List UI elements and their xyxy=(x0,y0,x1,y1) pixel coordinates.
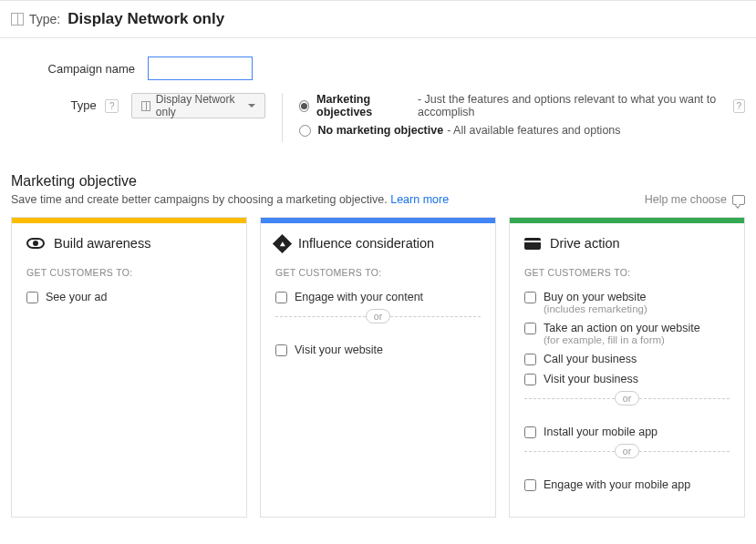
type-dropdown-value: Display Network only xyxy=(156,93,243,118)
checkbox[interactable] xyxy=(524,354,536,365)
campaign-name-input[interactable] xyxy=(148,56,253,80)
or-divider: or xyxy=(524,451,730,466)
checkbox[interactable] xyxy=(275,344,287,356)
option-label: Call your business xyxy=(544,353,637,365)
type-value: Display Network only xyxy=(67,10,224,28)
card-header: Drive action xyxy=(510,223,744,262)
option-engage-content[interactable]: Engage with your content xyxy=(261,287,495,307)
section-subtitle: Save time and create better campaigns by… xyxy=(11,193,449,206)
type-label: Type: xyxy=(29,12,60,26)
option-label: Buy on your website (includes remarketin… xyxy=(544,291,647,314)
option-take-action-website[interactable]: Take an action on your website (for exam… xyxy=(510,318,744,349)
or-divider: or xyxy=(524,398,730,413)
checkbox[interactable] xyxy=(524,374,536,385)
chevron-down-icon xyxy=(248,104,255,108)
type-dropdown[interactable]: Display Network only xyxy=(131,93,264,118)
help-me-choose[interactable]: Help me choose xyxy=(645,193,745,206)
page-header: Type: Display Network only xyxy=(0,0,756,38)
or-label: or xyxy=(615,444,639,458)
option-text: Take an action on your website xyxy=(544,322,700,334)
campaign-name-label: Campaign name xyxy=(11,62,148,76)
option-label: Engage with your mobile app xyxy=(544,478,690,491)
option-visit-business[interactable]: Visit your business xyxy=(510,369,744,389)
checkbox[interactable] xyxy=(524,479,536,491)
diamond-icon xyxy=(273,233,292,252)
marketing-objective-section: Marketing objective Save time and create… xyxy=(0,164,756,206)
checkbox[interactable] xyxy=(26,292,38,303)
form-area: Campaign name Type ? Display Network onl… xyxy=(0,38,756,164)
or-label: or xyxy=(366,309,390,323)
help-icon[interactable]: ? xyxy=(105,99,119,113)
radio-marketing-objectives[interactable]: Marketing objectives - Just the features… xyxy=(299,93,745,118)
card-build-awareness: Build awareness GET CUSTOMERS TO: See yo… xyxy=(11,217,247,518)
subtitle-text: Save time and create better campaigns by… xyxy=(11,193,390,206)
eye-icon xyxy=(26,238,45,249)
type-options: Marketing objectives - Just the features… xyxy=(282,93,745,142)
card-drive-action: Drive action GET CUSTOMERS TO: Buy on yo… xyxy=(509,217,745,518)
section-sub-row: Save time and create better campaigns by… xyxy=(11,193,745,206)
credit-card-icon xyxy=(524,238,541,250)
option-visit-website[interactable]: Visit your website xyxy=(261,340,495,360)
or-label: or xyxy=(615,391,639,405)
or-divider: or xyxy=(275,316,481,331)
option-install-app[interactable]: Install your mobile app xyxy=(510,422,744,442)
radio-no-marketing-objective[interactable]: No marketing objective - All available f… xyxy=(299,124,745,137)
grid-icon xyxy=(141,101,150,111)
chat-bubble-icon xyxy=(732,195,745,205)
section-title: Marketing objective xyxy=(11,173,745,190)
option-secondary: (includes remarketing) xyxy=(544,303,647,314)
radio-label: Marketing objectives xyxy=(316,93,414,118)
checkbox[interactable] xyxy=(524,292,536,303)
radio-label: No marketing objective xyxy=(318,124,444,137)
help-me-choose-label: Help me choose xyxy=(645,193,727,206)
checkbox[interactable] xyxy=(275,292,287,303)
checkbox[interactable] xyxy=(524,323,536,334)
radio-icon xyxy=(299,125,311,137)
card-subheader: GET CUSTOMERS TO: xyxy=(12,262,246,287)
radio-desc: - All available features and options xyxy=(447,124,620,137)
option-engage-app[interactable]: Engage with your mobile app xyxy=(510,475,744,495)
help-icon[interactable]: ? xyxy=(733,99,745,113)
objective-cards: Build awareness GET CUSTOMERS TO: See yo… xyxy=(0,217,756,536)
option-text: Buy on your website xyxy=(544,291,647,303)
option-label: Visit your business xyxy=(544,373,638,385)
type-row: Type ? Display Network only Marketing ob… xyxy=(11,93,745,142)
option-buy-on-website[interactable]: Buy on your website (includes remarketin… xyxy=(510,287,744,318)
option-label: Take an action on your website (for exam… xyxy=(544,322,700,345)
option-label: Install your mobile app xyxy=(544,426,658,438)
radio-desc: - Just the features and options relevant… xyxy=(418,93,728,118)
option-see-your-ad[interactable]: See your ad xyxy=(12,287,246,307)
checkbox[interactable] xyxy=(524,426,536,438)
option-label: See your ad xyxy=(46,291,107,303)
card-subheader: GET CUSTOMERS TO: xyxy=(261,262,495,287)
card-header: Build awareness xyxy=(12,223,246,262)
card-title: Influence consideration xyxy=(298,236,434,251)
footer-row: or Load settings from ? Existing campaig… xyxy=(0,536,756,544)
option-call-business[interactable]: Call your business xyxy=(510,349,744,369)
grid-icon xyxy=(11,13,24,26)
learn-more-link[interactable]: Learn more xyxy=(390,193,449,206)
option-label: Visit your website xyxy=(295,344,383,356)
option-secondary: (for example, fill in a form) xyxy=(544,334,700,345)
type-field-label: Type ? xyxy=(11,93,131,113)
card-subheader: GET CUSTOMERS TO: xyxy=(510,262,744,287)
card-title: Drive action xyxy=(550,236,620,251)
card-influence-consideration: Influence consideration GET CUSTOMERS TO… xyxy=(260,217,496,518)
card-title: Build awareness xyxy=(54,236,150,251)
campaign-name-row: Campaign name xyxy=(11,56,745,80)
card-header: Influence consideration xyxy=(261,223,495,262)
type-label-text: Type xyxy=(70,98,96,112)
option-label: Engage with your content xyxy=(295,291,423,303)
radio-icon xyxy=(299,100,310,112)
